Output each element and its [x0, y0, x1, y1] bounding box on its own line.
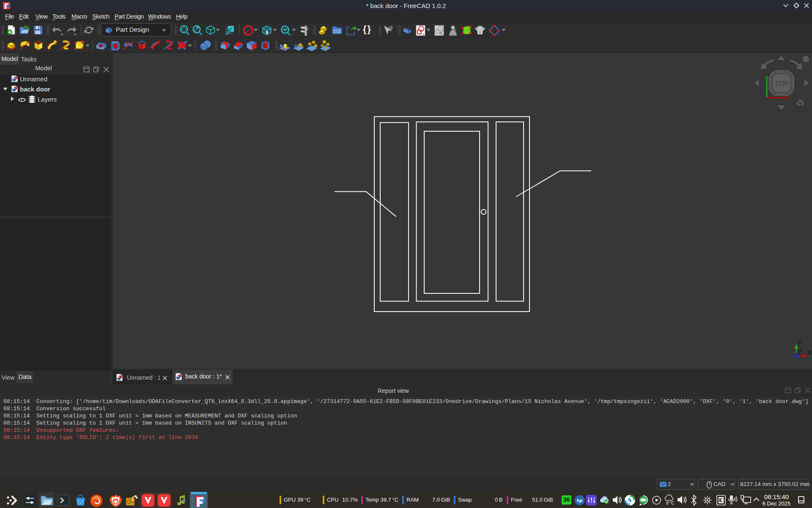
svg-text:hp: hp: [577, 498, 583, 503]
svg-text:TOP: TOP: [774, 80, 789, 87]
svg-text:X: X: [807, 349, 812, 356]
svg-text:?: ?: [389, 25, 393, 33]
svg-text:8 °C: 8 °C: [666, 500, 674, 505]
svg-text:Z: Z: [798, 348, 801, 356]
svg-text:Y: Y: [798, 339, 802, 346]
